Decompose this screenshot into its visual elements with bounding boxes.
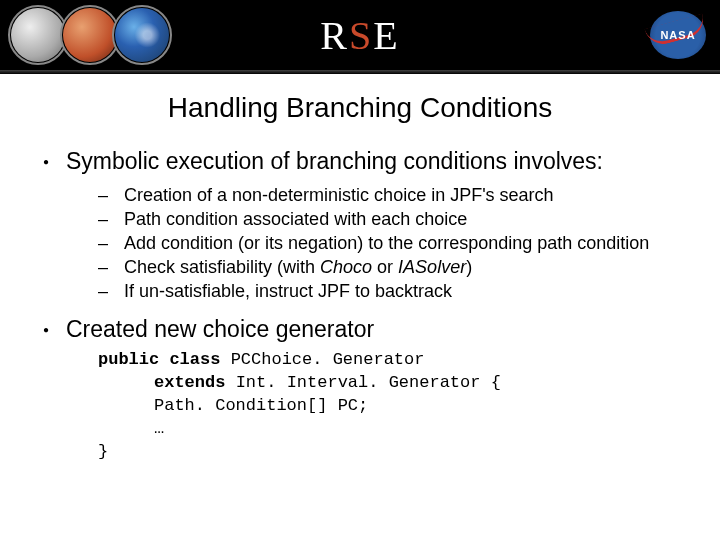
bullet-1-text: Symbolic execution of branching conditio… <box>66 148 603 175</box>
dash-icon: – <box>98 185 114 206</box>
bullet-dot-icon: ● <box>40 324 52 335</box>
moon-icon <box>8 5 68 65</box>
sub-bullet-3: –Add condition (or its negation) to the … <box>98 233 690 254</box>
sub-bullet-1-text: Creation of a non-deterministic choice i… <box>124 185 554 206</box>
bullet-2: ● Created new choice generator public cl… <box>40 316 690 464</box>
dash-icon: – <box>98 281 114 302</box>
code-line-3: Path. Condition[] PC; <box>98 395 690 418</box>
nasa-logo-icon: NASA <box>650 11 706 59</box>
bullet-2-text: Created new choice generator <box>66 316 374 343</box>
bullet-1: ● Symbolic execution of branching condit… <box>40 148 690 302</box>
sub-bullet-4: – Check satisfiability (with Choco or IA… <box>98 257 690 278</box>
class-name: PCChoice. Generator <box>231 350 425 369</box>
sub4-post: ) <box>466 257 472 277</box>
code-block: public class PCChoice. Generator extends… <box>40 349 690 464</box>
code-line-4: … <box>98 418 690 441</box>
bullet-dot-icon: ● <box>40 156 52 167</box>
slide-content: Handling Branching Conditions ● Symbolic… <box>0 74 720 464</box>
kw-public: public <box>98 350 159 369</box>
slide-title: Handling Branching Conditions <box>30 92 690 124</box>
tool-choco: Choco <box>320 257 372 277</box>
sub-bullet-3-text: Add condition (or its negation) to the c… <box>124 233 649 254</box>
rse-logo-s: S <box>349 13 373 58</box>
dash-icon: – <box>98 257 114 278</box>
rse-logo-e: E <box>373 13 399 58</box>
superclass: Int. Interval. Generator { <box>236 373 501 392</box>
header-banner: RSE NASA <box>0 0 720 70</box>
code-line-2: extends Int. Interval. Generator { <box>98 372 690 395</box>
nasa-text: NASA <box>660 29 695 41</box>
sub-bullet-4-text: Check satisfiability (with Choco or IASo… <box>124 257 472 278</box>
dash-icon: – <box>98 233 114 254</box>
sub4-pre: Check satisfiability (with <box>124 257 320 277</box>
rse-logo: RSE <box>320 12 399 59</box>
sub-bullet-2: –Path condition associated with each cho… <box>98 209 690 230</box>
sub4-mid: or <box>372 257 398 277</box>
sub-bullet-5-text: If un-satisfiable, instruct JPF to backt… <box>124 281 452 302</box>
kw-extends: extends <box>154 373 225 392</box>
sub-bullet-1: –Creation of a non-deterministic choice … <box>98 185 690 206</box>
tool-iasolver: IASolver <box>398 257 466 277</box>
rse-logo-r: R <box>320 13 349 58</box>
code-line-1: public class PCChoice. Generator <box>98 349 690 372</box>
planet-row <box>0 5 164 65</box>
mars-icon <box>60 5 120 65</box>
earth-icon <box>112 5 172 65</box>
kw-class: class <box>169 350 220 369</box>
sub-bullet-2-text: Path condition associated with each choi… <box>124 209 467 230</box>
sub-bullet-5: –If un-satisfiable, instruct JPF to back… <box>98 281 690 302</box>
dash-icon: – <box>98 209 114 230</box>
code-line-5: } <box>98 441 690 464</box>
